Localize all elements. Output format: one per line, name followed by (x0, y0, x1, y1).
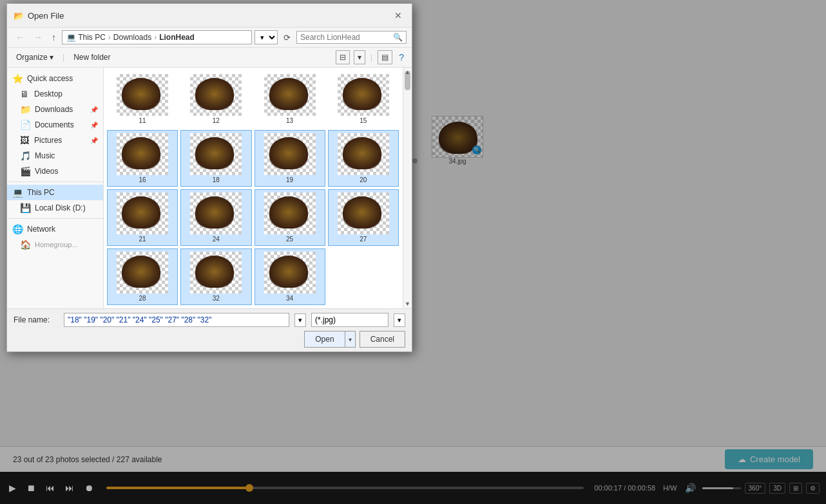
network-icon: 🌐 (12, 224, 23, 234)
breadcrumb-lionhead[interactable]: LionHead (159, 33, 195, 42)
star-icon: ⭐ (12, 73, 23, 84)
new-folder-button[interactable]: New folder (70, 51, 114, 64)
file-label-25: 25 (286, 236, 293, 243)
breadcrumb-dropdown[interactable]: ▾ (255, 30, 278, 44)
forward-button[interactable]: → (30, 31, 46, 44)
file-thumb-27 (338, 192, 389, 234)
filetype-dropdown-button[interactable]: ▾ (394, 313, 405, 327)
file-grid-container: 11 12 (104, 68, 412, 308)
actions-bar: Organize ▾ | New folder ⊟ ▾ | ▤ ? (7, 48, 412, 68)
preview-pane-button[interactable]: ▤ (378, 50, 392, 64)
file-thumb-11 (117, 74, 168, 116)
file-thumb-28 (117, 252, 168, 294)
up-button[interactable]: ↑ (48, 31, 59, 44)
file-label-15: 15 (360, 117, 367, 124)
file-item-32[interactable]: 32 (180, 248, 251, 305)
refresh-button[interactable]: ⟳ (280, 32, 294, 44)
file-item-34[interactable]: 34 (255, 248, 325, 305)
sidebar-item-local-disk[interactable]: 💾 Local Disk (D:) (7, 200, 103, 216)
sidebar-item-quick-access[interactable]: ⭐ Quick access (7, 71, 103, 86)
file-item-25[interactable]: 25 (255, 189, 325, 246)
file-thumb-24 (190, 192, 242, 234)
file-item-12[interactable]: 12 (180, 71, 251, 127)
sidebar-item-desktop[interactable]: 🖥 Desktop (7, 86, 103, 102)
sidebar-item-network[interactable]: 🌐 Network (7, 221, 103, 237)
sidebar-item-videos[interactable]: 🎬 Videos (7, 163, 103, 179)
pc-icon: 💻 (66, 33, 76, 42)
search-bar[interactable]: 🔍 (296, 31, 407, 44)
filename-row: File name: ▾ ▾ (14, 313, 405, 327)
sidebar-item-desktop-label: Desktop (34, 89, 62, 98)
sidebar-item-this-pc[interactable]: 💻 This PC (7, 185, 103, 200)
dialog-title: 📂 Open File (14, 11, 64, 21)
organize-button[interactable]: Organize ▾ (12, 51, 57, 64)
dialog-overlay: 📂 Open File ✕ ← → ↑ 💻 This PC › Download… (0, 0, 826, 504)
file-label-13: 13 (286, 117, 293, 124)
sidebar-item-network-label: Network (27, 225, 55, 234)
file-label-34: 34 (286, 295, 293, 302)
sidebar-item-downloads-label: Downloads (35, 105, 73, 114)
folder-icon: 📂 (14, 11, 24, 21)
file-item-21[interactable]: 21 (107, 189, 178, 246)
sidebar-item-homegroup[interactable]: 🏠 Homegroup... (7, 237, 103, 252)
view-dropdown-button[interactable]: ▾ (354, 50, 365, 64)
file-thumb-12 (190, 74, 242, 116)
pictures-icon: 🖼 (20, 135, 30, 145)
filename-dropdown-button[interactable]: ▾ (294, 313, 306, 327)
back-button[interactable]: ← (12, 31, 28, 44)
dialog-sidebar: ⭐ Quick access 🖥 Desktop 📁 Downloads 📌 📄… (7, 68, 104, 308)
file-thumb-15 (338, 74, 389, 116)
close-dialog-button[interactable]: ✕ (391, 9, 405, 22)
file-thumb-32 (190, 252, 242, 294)
file-thumb-20 (338, 133, 389, 175)
sidebar-item-local-disk-label: Local Disk (D:) (35, 203, 86, 212)
file-item-16[interactable]: 16 (107, 130, 178, 187)
filetype-input[interactable] (311, 313, 389, 327)
sidebar-item-this-pc-label: This PC (27, 188, 55, 197)
sidebar-item-homegroup-label: Homegroup... (35, 241, 78, 248)
scrollbar[interactable]: ▲ ▼ (403, 68, 412, 308)
filename-label: File name: (14, 315, 59, 324)
file-label-24: 24 (213, 236, 220, 243)
dialog-main-area: ▲ ▼ 11 (104, 68, 412, 308)
breadcrumb-downloads[interactable]: Downloads (113, 33, 151, 42)
help-button[interactable]: ? (396, 51, 407, 64)
search-input[interactable] (300, 33, 390, 42)
file-label-19: 19 (286, 176, 293, 183)
file-label-21: 21 (139, 236, 146, 243)
open-button[interactable]: Open (304, 331, 344, 348)
sidebar-item-music[interactable]: 🎵 Music (7, 148, 103, 163)
breadcrumb-root: 💻 This PC (66, 33, 106, 42)
file-item-24[interactable]: 24 (180, 189, 251, 246)
breadcrumb-bar: 💻 This PC › Downloads › LionHead (62, 30, 252, 44)
scroll-down-button[interactable]: ▼ (403, 299, 412, 308)
disk-icon: 💾 (20, 203, 31, 213)
documents-icon: 📄 (20, 120, 31, 130)
filename-input[interactable] (64, 313, 289, 327)
file-grid: 11 12 (107, 71, 399, 305)
sidebar-item-music-label: Music (35, 151, 55, 160)
sidebar-item-downloads[interactable]: 📁 Downloads 📌 (7, 102, 103, 117)
sidebar-item-documents[interactable]: 📄 Documents 📌 (7, 117, 103, 133)
file-item-15[interactable]: 15 (328, 71, 399, 127)
downloads-folder-icon: 📁 (20, 104, 31, 115)
sidebar-item-pictures[interactable]: 🖼 Pictures 📌 (7, 133, 103, 148)
file-item-19[interactable]: 19 (255, 130, 325, 187)
file-item-28[interactable]: 28 (107, 248, 178, 305)
file-item-11[interactable]: 11 (107, 71, 178, 127)
file-item-13[interactable]: 13 (255, 71, 325, 127)
file-item-27[interactable]: 27 (328, 189, 399, 246)
file-item-18[interactable]: 18 (180, 130, 251, 187)
this-pc-icon: 💻 (12, 187, 23, 198)
file-item-20[interactable]: 20 (328, 130, 399, 187)
view-large-icons-button[interactable]: ⊟ (336, 50, 350, 64)
file-label-16: 16 (139, 176, 146, 183)
file-thumb-16 (117, 133, 168, 175)
dialog-body: ⭐ Quick access 🖥 Desktop 📁 Downloads 📌 📄… (7, 68, 412, 308)
scroll-up-button[interactable]: ▲ (403, 68, 412, 77)
dialog-buttons-row: Open ▾ Cancel (14, 331, 405, 348)
file-label-32: 32 (213, 295, 220, 302)
open-button-arrow[interactable]: ▾ (345, 331, 356, 348)
cancel-button[interactable]: Cancel (360, 331, 405, 348)
open-file-dialog: 📂 Open File ✕ ← → ↑ 💻 This PC › Download… (6, 3, 412, 352)
